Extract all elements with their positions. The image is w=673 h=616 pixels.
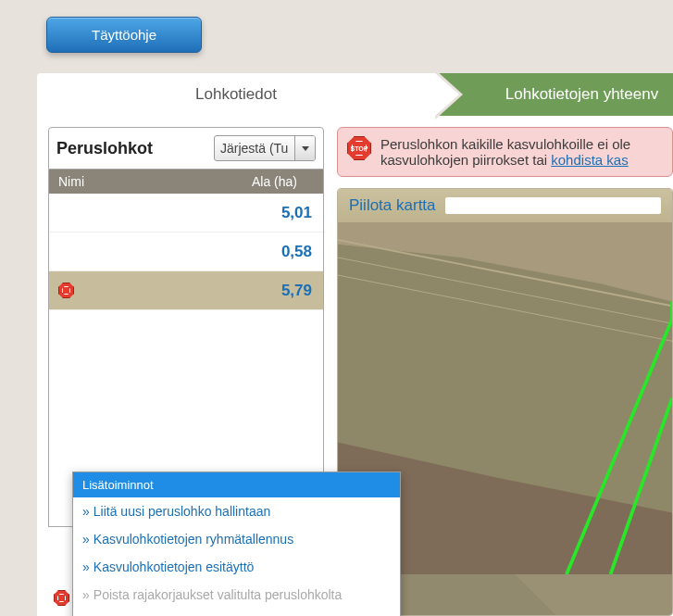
area-value: 5,01 xyxy=(242,204,312,222)
sort-select-value: Järjestä (Tu xyxy=(215,136,294,160)
list-item[interactable] xyxy=(49,310,323,459)
sort-select[interactable]: Järjestä (Tu xyxy=(214,135,316,161)
stop-icon xyxy=(58,283,74,298)
error-alert: STOP Peruslohkon kaikille kasvulohkoille… xyxy=(337,127,673,177)
peruslohkot-panel: Peruslohkot Järjestä (Tu Nimi Ala (ha) 5… xyxy=(48,127,324,616)
lisatoiminnot-menu: Lisätoiminnot »Liitä uusi peruslohko hal… xyxy=(72,471,401,616)
alert-text: kasvulohkojen piirrokset tai xyxy=(380,152,551,168)
menu-item: »Poista kaikki tehdyt rajakorjaukset xyxy=(73,609,400,616)
menu-item: »Poista rajakorjaukset valitulta peruslo… xyxy=(73,581,400,609)
stepper: Lohkotiedot Lohkotietojen yhteenv xyxy=(37,73,673,116)
alert-link[interactable]: kohdista kas xyxy=(551,152,628,168)
list-item[interactable]: 5,79 xyxy=(49,271,323,310)
list-item[interactable]: 0,58 xyxy=(49,233,323,271)
area-value: 5,79 xyxy=(242,282,312,300)
menu-item[interactable]: »Kasvulohkotietojen ryhmätallennus xyxy=(73,525,400,553)
tab-yhteenveto[interactable]: Lohkotietojen yhteenv xyxy=(435,73,673,116)
map-title-blank xyxy=(445,197,661,214)
chevron-down-icon[interactable] xyxy=(294,136,315,160)
chevron-right-icon xyxy=(435,73,459,116)
panel-title: Peruslohkot xyxy=(56,139,153,158)
alert-text: Peruslohkon kaikille kasvulohkoille ei o… xyxy=(380,136,630,152)
stop-icon: STOP xyxy=(347,136,371,160)
tab-lohkotiedot[interactable]: Lohkotiedot xyxy=(37,73,435,116)
column-headers: Nimi Ala (ha) xyxy=(48,170,324,194)
stop-icon xyxy=(54,590,69,606)
list-item[interactable]: 5,01 xyxy=(49,194,323,233)
map-toggle-link[interactable]: Piilota kartta xyxy=(349,196,436,215)
menu-item[interactable]: »Kasvulohkotietojen esitäyttö xyxy=(73,553,400,581)
area-value: 0,58 xyxy=(242,243,312,261)
menu-header: Lisätoiminnot xyxy=(73,472,400,497)
col-ala: Ala (ha) xyxy=(214,174,297,189)
help-button[interactable]: Täyttöohje xyxy=(46,17,202,53)
col-nimi: Nimi xyxy=(58,174,214,189)
menu-item[interactable]: »Liitä uusi peruslohko hallintaan xyxy=(73,497,400,525)
